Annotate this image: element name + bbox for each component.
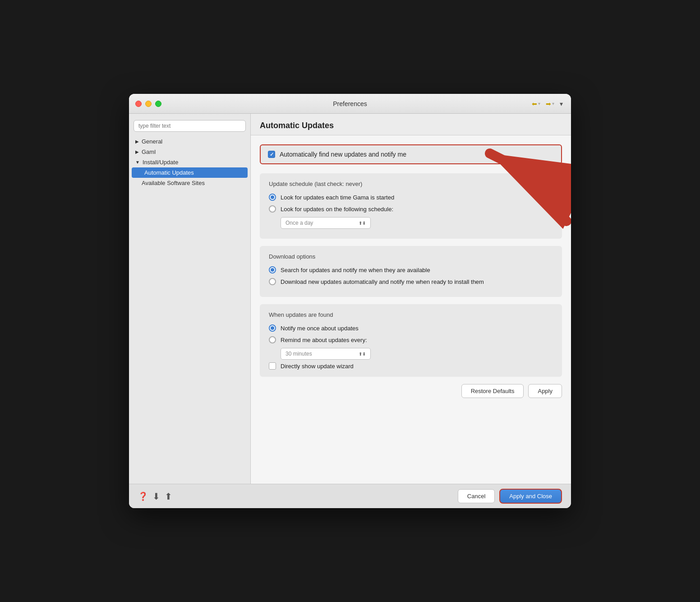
sidebar: ▶ General ▶ Gaml ▼ Install/Update Automa… xyxy=(129,114,251,484)
expand-icon: ▶ xyxy=(135,149,139,154)
show-wizard-checkbox[interactable] xyxy=(269,362,276,370)
update-schedule-section: Update schedule (last check: never) Look… xyxy=(260,173,562,239)
schedule-dropdown[interactable]: Once a day ⬆⬇ xyxy=(281,217,371,229)
filter-input[interactable] xyxy=(134,120,246,132)
inner-buttons-row: Restore Defaults Apply xyxy=(260,384,562,398)
radio-label-remind: Remind me about updates every: xyxy=(281,337,367,343)
sidebar-item-install-update[interactable]: ▼ Install/Update xyxy=(129,157,250,167)
when-found-section: When updates are found Notify me once ab… xyxy=(260,304,562,377)
radio-row-remind[interactable]: Remind me about updates every: xyxy=(269,336,553,343)
nav-controls: ⬅ ▾ ➡ ▾ ▾ xyxy=(530,99,565,108)
import-button[interactable]: ⬇ xyxy=(152,491,160,502)
sidebar-item-label: Gaml xyxy=(142,148,156,155)
remind-dropdown-row: 30 minutes ⬆⬇ xyxy=(281,348,553,360)
auto-update-checkbox-row[interactable]: Automatically find new updates and notif… xyxy=(260,144,562,164)
import-icon: ⬇ xyxy=(152,491,160,501)
forward-dropdown-icon[interactable]: ▾ xyxy=(552,101,554,106)
expand-icon: ▼ xyxy=(135,160,140,165)
preferences-window: Preferences ⬅ ▾ ➡ ▾ ▾ ▶ General ▶ xyxy=(129,94,571,508)
update-schedule-title: Update schedule (last check: never) xyxy=(269,181,553,187)
back-arrow-icon: ⬅ xyxy=(532,100,537,107)
sidebar-item-gaml[interactable]: ▶ Gaml xyxy=(129,147,250,157)
when-found-title: When updates are found xyxy=(269,311,553,318)
back-button[interactable]: ⬅ ▾ xyxy=(530,99,542,108)
menu-dropdown-icon: ▾ xyxy=(560,100,563,107)
sidebar-item-label: Install/Update xyxy=(143,159,179,166)
titlebar: Preferences ⬅ ▾ ➡ ▾ ▾ xyxy=(129,94,571,114)
maximize-button[interactable] xyxy=(155,101,161,107)
download-options-section: Download options Search for updates and … xyxy=(260,246,562,297)
sidebar-item-available-software[interactable]: Available Software Sites xyxy=(129,178,250,188)
main-content: Automatic Updates Automatically find new… xyxy=(251,114,571,484)
radio-label-search-notify: Search for updates and notify me when th… xyxy=(281,267,430,273)
radio-notify-once[interactable] xyxy=(269,324,276,332)
radio-following-schedule[interactable] xyxy=(269,205,276,213)
radio-remind[interactable] xyxy=(269,336,276,343)
content-area: ▶ General ▶ Gaml ▼ Install/Update Automa… xyxy=(129,114,571,484)
radio-label-following-schedule: Look for updates on the following schedu… xyxy=(281,206,393,213)
menu-dropdown-button[interactable]: ▾ xyxy=(558,99,565,108)
window-title: Preferences xyxy=(333,100,367,107)
main-body: Automatically find new updates and notif… xyxy=(251,135,571,484)
schedule-dropdown-row: Once a day ⬆⬇ xyxy=(281,217,553,229)
forward-arrow-icon: ➡ xyxy=(546,100,551,107)
remind-dropdown[interactable]: 30 minutes ⬆⬇ xyxy=(281,348,371,360)
help-icon: ❓ xyxy=(138,492,148,501)
radio-row-following-schedule[interactable]: Look for updates on the following schedu… xyxy=(269,205,553,213)
radio-label-download-auto: Download new updates automatically and n… xyxy=(281,278,484,285)
radio-each-start[interactable] xyxy=(269,194,276,201)
expand-icon: ▶ xyxy=(135,139,139,144)
show-wizard-label: Directly show update wizard xyxy=(281,363,354,370)
show-wizard-checkbox-row[interactable]: Directly show update wizard xyxy=(269,362,553,370)
restore-defaults-button[interactable]: Restore Defaults xyxy=(461,384,524,398)
sidebar-item-label: Automatic Updates xyxy=(144,169,194,176)
radio-row-search-notify[interactable]: Search for updates and notify me when th… xyxy=(269,266,553,273)
remind-dropdown-value: 30 minutes xyxy=(286,351,312,357)
radio-row-each-start[interactable]: Look for updates each time Gama is start… xyxy=(269,194,553,201)
radio-row-download-auto[interactable]: Download new updates automatically and n… xyxy=(269,278,553,285)
minimize-button[interactable] xyxy=(145,101,152,107)
apply-and-close-button[interactable]: Apply and Close xyxy=(499,489,562,504)
export-icon: ⬆ xyxy=(165,491,172,501)
radio-search-notify[interactable] xyxy=(269,266,276,273)
annotation-container: Automatically find new updates and notif… xyxy=(260,144,562,164)
remind-dropdown-arrow-icon: ⬆⬇ xyxy=(359,352,366,357)
sidebar-item-label: General xyxy=(142,138,162,145)
cancel-button[interactable]: Cancel xyxy=(458,489,495,503)
radio-row-notify-once[interactable]: Notify me once about updates xyxy=(269,324,553,332)
close-button[interactable] xyxy=(135,101,142,107)
sidebar-item-automatic-updates[interactable]: Automatic Updates xyxy=(132,167,248,178)
back-dropdown-icon[interactable]: ▾ xyxy=(538,101,540,106)
bottom-left-icons: ❓ ⬇ ⬆ xyxy=(138,491,172,502)
auto-update-checkbox[interactable] xyxy=(268,151,275,158)
auto-update-label: Automatically find new updates and notif… xyxy=(280,151,406,158)
radio-label-each-start: Look for updates each time Gama is start… xyxy=(281,194,394,201)
radio-download-auto[interactable] xyxy=(269,278,276,285)
page-title: Automatic Updates xyxy=(260,121,334,130)
bottom-right-buttons: Cancel Apply and Close xyxy=(458,489,562,504)
schedule-dropdown-value: Once a day xyxy=(286,220,313,226)
radio-label-notify-once: Notify me once about updates xyxy=(281,325,359,332)
forward-button[interactable]: ➡ ▾ xyxy=(544,99,556,108)
sidebar-item-general[interactable]: ▶ General xyxy=(129,136,250,147)
download-options-title: Download options xyxy=(269,253,553,260)
export-button[interactable]: ⬆ xyxy=(165,491,172,502)
traffic-lights xyxy=(135,101,161,107)
bottom-bar: ❓ ⬇ ⬆ Cancel Apply and Close xyxy=(129,484,571,508)
schedule-dropdown-arrow-icon: ⬆⬇ xyxy=(359,221,366,226)
main-header: Automatic Updates xyxy=(251,114,571,135)
sidebar-item-label: Available Software Sites xyxy=(142,180,205,186)
apply-button[interactable]: Apply xyxy=(528,384,562,398)
help-button[interactable]: ❓ xyxy=(138,491,148,501)
